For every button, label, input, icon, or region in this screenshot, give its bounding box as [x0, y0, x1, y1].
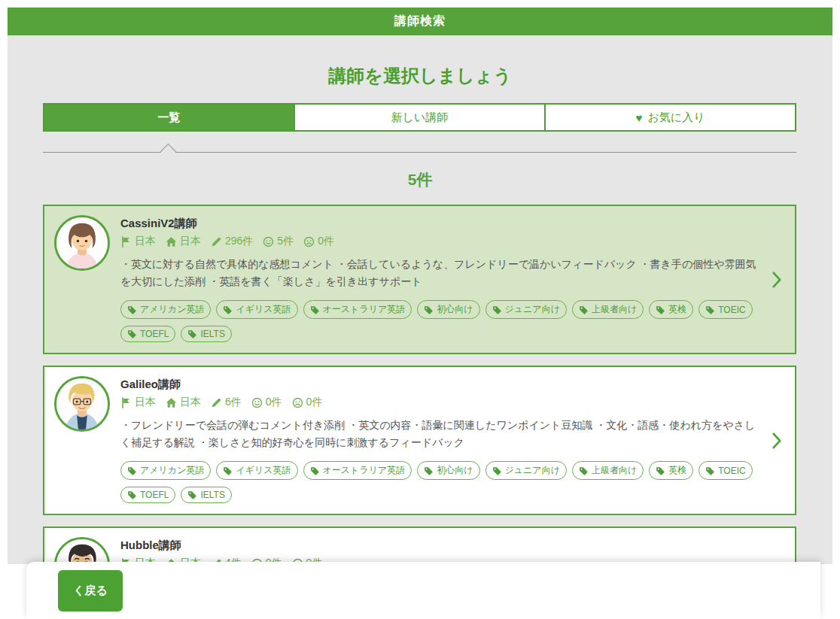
- tag-icon: [127, 466, 136, 475]
- tag-icon: [310, 466, 319, 475]
- tag-label: TOEIC: [718, 305, 745, 315]
- tag-pill: IELTS: [181, 326, 231, 342]
- tag-pill: TOEIC: [698, 300, 752, 319]
- tag-pill: 英検: [649, 300, 693, 319]
- flag-icon: [120, 236, 132, 247]
- home-icon: [166, 236, 177, 247]
- teacher-description: ・英文に対する自然で具体的な感想コメント ・会話しているような、フレンドリーで温…: [120, 256, 765, 290]
- tag-pill: IELTS: [181, 487, 231, 503]
- tag-label: 英検: [668, 303, 686, 316]
- teacher-card-body: Galileo講師 日本 日本 6件 0件: [120, 376, 765, 503]
- tab-new-teachers[interactable]: 新しい講師: [294, 105, 544, 130]
- avatar: [54, 215, 110, 271]
- tag-label: TOEIC: [718, 466, 745, 476]
- tag-icon: [310, 305, 319, 314]
- tab-bar: 一覧 新しい講師 ♥ お気に入り: [43, 103, 796, 132]
- teacher-name: Hubble講師: [120, 537, 765, 553]
- result-count: 5件: [8, 169, 832, 190]
- tab-list[interactable]: 一覧: [44, 105, 294, 130]
- tag-label: アメリカン英語: [140, 303, 204, 316]
- tag-icon: [187, 490, 196, 499]
- tag-icon: [579, 305, 588, 314]
- teacher-tags: アメリカン英語 イギリス英語 オーストラリア英語 初心向け ジュニア向け 上級者…: [120, 461, 765, 503]
- tab-list-label: 一覧: [158, 111, 181, 125]
- bad-reviews-stat: 0件: [303, 235, 334, 248]
- tag-label: アメリカン英語: [140, 464, 204, 477]
- tag-pill: オーストラリア英語: [303, 300, 412, 319]
- good-reviews-stat: 0件: [251, 396, 282, 409]
- back-button[interactable]: く戻る: [58, 570, 123, 611]
- residence-stat: 日本: [166, 235, 201, 248]
- active-tab-caret-icon: [160, 144, 176, 159]
- teacher-name: CassiniV2講師: [120, 215, 765, 231]
- tag-label: イギリス英語: [236, 303, 291, 316]
- residence-value: 日本: [180, 235, 201, 248]
- teacher-card[interactable]: Galileo講師 日本 日本 6件 0件: [43, 366, 796, 515]
- tag-pill: 初心向け: [417, 300, 479, 319]
- tag-label: IELTS: [200, 490, 224, 500]
- flag-icon: [120, 397, 132, 408]
- tag-pill: 初心向け: [417, 461, 479, 480]
- tab-favorites-label: お気に入り: [647, 111, 705, 125]
- pencil-icon: [211, 236, 222, 247]
- teacher-card[interactable]: Hubble講師 日本 日本 4件 0件: [43, 526, 796, 564]
- good-reviews-value: 5件: [277, 235, 294, 248]
- teacher-tags: アメリカン英語 イギリス英語 オーストラリア英語 初心向け ジュニア向け 上級者…: [120, 300, 765, 342]
- good-reviews-value: 0件: [266, 396, 282, 409]
- tag-icon: [656, 466, 665, 475]
- tag-label: 初心向け: [437, 303, 473, 316]
- teacher-card[interactable]: CassiniV2講師 日本 日本 296件 5件: [43, 205, 796, 354]
- tag-pill: ジュニア向け: [485, 461, 567, 480]
- heart-icon: ♥: [636, 112, 643, 123]
- page-title: 講師検索: [394, 14, 446, 29]
- teacher-name: Galileo講師: [120, 376, 765, 392]
- tag-label: オーストラリア英語: [323, 464, 406, 477]
- section-heading: 講師を選択しましょう: [8, 64, 832, 88]
- tag-icon: [223, 466, 232, 475]
- country-value: 日本: [135, 235, 156, 248]
- tag-icon: [492, 305, 501, 314]
- frown-icon: [292, 397, 303, 408]
- tag-pill: 英検: [649, 461, 693, 480]
- country-stat: 日本: [120, 235, 156, 248]
- smile-icon: [263, 236, 274, 247]
- tag-pill: ジュニア向け: [485, 300, 567, 319]
- tag-label: 上級者向け: [592, 464, 637, 477]
- tag-icon: [579, 466, 588, 475]
- frown-icon: [303, 236, 315, 247]
- tag-icon: [187, 329, 196, 338]
- teacher-card-body: Hubble講師 日本 日本 4件 0件: [120, 537, 765, 564]
- tag-pill: TOEFL: [120, 326, 175, 342]
- tag-label: IELTS: [200, 329, 224, 339]
- tab-favorites[interactable]: ♥ お気に入り: [544, 105, 795, 130]
- footer-bar: く戻る: [26, 562, 820, 619]
- avatar: [54, 376, 110, 432]
- tag-label: 英検: [668, 464, 686, 477]
- bad-reviews-value: 0件: [318, 235, 334, 248]
- pencil-icon: [211, 397, 222, 408]
- tag-icon: [705, 305, 714, 314]
- tag-icon: [705, 466, 714, 475]
- tag-icon: [223, 305, 232, 314]
- tag-label: TOEFL: [140, 490, 169, 500]
- tag-pill: 上級者向け: [572, 461, 644, 480]
- tag-icon: [656, 305, 665, 314]
- tag-label: ジュニア向け: [505, 464, 560, 477]
- teacher-search-panel: 講師検索 講師を選択しましょう 一覧 新しい講師 ♥ お気に入り 5件 Cass…: [8, 8, 832, 564]
- teacher-list: CassiniV2講師 日本 日本 296件 5件: [43, 205, 796, 564]
- tag-label: 上級者向け: [592, 303, 637, 316]
- tag-icon: [127, 329, 136, 338]
- bad-reviews-value: 0件: [306, 396, 323, 409]
- tag-icon: [492, 466, 501, 475]
- residence-stat: 日本: [166, 396, 201, 409]
- tab-new-teachers-label: 新しい講師: [391, 111, 449, 125]
- teacher-description: ・フレンドリーで会話の弾むコメント付き添削 ・英文の内容・語彙に関連したワンポイ…: [120, 417, 765, 451]
- tag-icon: [424, 305, 433, 314]
- bad-reviews-stat: 0件: [292, 396, 323, 409]
- avatar: [54, 537, 110, 564]
- tab-indicator-divider: [43, 152, 796, 153]
- app-header: 講師検索: [8, 8, 832, 35]
- tag-icon: [424, 466, 433, 475]
- residence-value: 日本: [180, 396, 201, 409]
- tag-label: オーストラリア英語: [323, 303, 406, 316]
